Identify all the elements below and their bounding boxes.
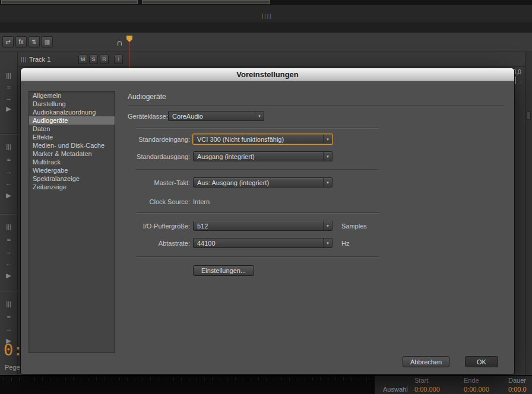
panel-tool-icon[interactable]: → xyxy=(0,94,17,102)
master-clock-label: Master-Takt: xyxy=(56,179,190,186)
dialog-body: AllgemeinDarstellungAudiokanalzuordnungA… xyxy=(21,81,514,374)
selection-row-label: Auswahl xyxy=(383,386,408,393)
ok-button[interactable]: OK xyxy=(465,356,498,367)
separator xyxy=(135,256,379,258)
level-meter-label: Pegel xyxy=(5,364,21,371)
panel-tool-icon[interactable]: → xyxy=(0,247,17,256)
panel-tool-icon[interactable]: ≈ xyxy=(0,155,17,164)
track-name[interactable]: Track 1 xyxy=(29,56,50,63)
default-input-dropdown[interactable]: VCI 300 (Nicht funktionsfähig) ▾ xyxy=(193,134,332,144)
track-button-group: MSRI xyxy=(78,55,123,64)
sidebar-item-audiokanalzuordnung[interactable]: Audiokanalzuordnung xyxy=(29,108,115,116)
cancel-button[interactable]: Abbrechen xyxy=(403,356,449,367)
sample-rate-label: Abtastrate: xyxy=(56,240,190,247)
panel-tool-icon[interactable]: ||| xyxy=(0,142,17,151)
panel-gripper-handle[interactable]: |||| xyxy=(262,13,272,19)
selection-column-header: Ende xyxy=(464,377,479,384)
panel-tool-icon[interactable]: ||| xyxy=(0,71,17,80)
track-r-button[interactable]: R xyxy=(100,55,109,64)
editor-toolbar: ⇄fx⇅▥ ∩ hms 2,04,06,08,010,012,014,016,0… xyxy=(0,33,532,52)
default-input-value: VCI 300 (Nicht funktionsfähig) xyxy=(197,135,321,144)
panel-tool-icon[interactable]: → xyxy=(0,167,17,176)
dialog-title-bar[interactable]: Voreinstellungen xyxy=(21,68,514,81)
left-tool-strip: |||≈→▶|||≈→←▶|||≈→←▶|||≈→▶ xyxy=(0,52,18,375)
device-class-label: Geräteklasse: xyxy=(128,113,168,120)
chevron-down-icon: ▾ xyxy=(323,239,332,247)
top-mini-panel xyxy=(1,0,138,4)
fx-icon[interactable]: fx xyxy=(15,36,27,47)
updown-arrows-icon[interactable]: ⇅ xyxy=(28,36,40,47)
scrollbar-thumb[interactable] xyxy=(527,112,531,120)
panel-divider xyxy=(0,291,18,291)
panel-tool-icon[interactable]: ▶ xyxy=(0,104,17,113)
clock-source-value: Intern xyxy=(193,198,210,205)
panel-tool-icon[interactable]: ▶ xyxy=(0,271,17,279)
clock-source-label: Clock Source: xyxy=(56,198,190,205)
sidebar-item-allgemein[interactable]: Allgemein xyxy=(29,91,115,100)
sample-rate-unit: Hz xyxy=(341,240,349,247)
panel-tool-icon[interactable]: ≈ xyxy=(0,313,17,321)
selection-column-header: Start xyxy=(414,377,428,384)
panel-divider xyxy=(0,134,18,134)
selection-view-panel: StartEndeDauer Auswahl 0:00.0000:00.0000… xyxy=(374,376,532,394)
io-buffer-dropdown[interactable]: 512 ▾ xyxy=(193,221,332,231)
selection-value: 0:00.000 xyxy=(464,386,489,393)
default-output-value: Ausgang (integriert) xyxy=(197,152,321,161)
track-waveform-icon: ||| xyxy=(21,56,27,62)
io-buffer-unit: Samples xyxy=(341,223,367,230)
swap-arrows-icon[interactable]: ⇄ xyxy=(2,36,14,47)
track-s-button[interactable]: S xyxy=(89,55,98,64)
panel-columns-icon[interactable]: ▥ xyxy=(42,36,53,47)
app-window: |||| ⇄fx⇅▥ ∩ hms 2,04,06,08,010,012,014,… xyxy=(0,0,532,394)
playhead-line xyxy=(129,42,130,69)
selection-value: 0:00.0 xyxy=(508,386,527,393)
panel-divider-strip xyxy=(0,23,532,33)
chevron-down-icon: ▾ xyxy=(255,112,264,120)
separator xyxy=(135,169,379,170)
header-panel: |||| xyxy=(0,5,532,23)
device-class-value: CoreAudio xyxy=(172,112,253,121)
sidebar-item-wiedergabe[interactable]: Wiedergabe xyxy=(29,166,115,174)
settings-button[interactable]: Einstellungen... xyxy=(193,265,254,276)
level-meter xyxy=(0,376,374,394)
master-clock-value: Aus: Ausgang (integriert) xyxy=(197,179,321,188)
separator xyxy=(135,128,379,129)
chevron-down-icon: ▾ xyxy=(323,178,332,187)
sample-rate-dropdown[interactable]: 44100 ▾ xyxy=(193,238,332,248)
track-i-button[interactable]: I xyxy=(114,55,123,64)
track-m-button[interactable]: M xyxy=(78,55,87,64)
io-buffer-value: 512 xyxy=(197,222,321,231)
panel-tool-icon[interactable]: ← xyxy=(0,179,17,188)
panel-tool-icon[interactable]: ||| xyxy=(0,223,17,231)
headphone-icon[interactable]: ∩ xyxy=(116,37,123,47)
sidebar-item-darstellung[interactable]: Darstellung xyxy=(29,100,115,108)
top-mini-panel xyxy=(142,0,270,4)
top-edge-strip xyxy=(0,0,532,5)
default-output-dropdown[interactable]: Ausgang (integriert) ▾ xyxy=(193,151,332,161)
panel-tool-icon[interactable]: ≈ xyxy=(0,83,17,91)
separator xyxy=(135,212,379,214)
preferences-dialog: Voreinstellungen AllgemeinDarstellungAud… xyxy=(21,68,514,374)
sample-rate-value: 44100 xyxy=(197,239,321,248)
sidebar-item-audiogeräte[interactable]: Audiogeräte xyxy=(29,116,115,125)
master-clock-dropdown[interactable]: Aus: Ausgang (integriert) ▾ xyxy=(193,177,332,188)
sidebar-item-daten[interactable]: Daten xyxy=(29,125,115,133)
right-scrollbar-track[interactable] xyxy=(525,52,532,375)
default-input-label: Standardeingang: xyxy=(56,136,190,143)
default-output-label: Standardausgang: xyxy=(56,153,190,160)
chevron-down-icon: ▾ xyxy=(323,152,332,161)
track-header: ||| Track 1 MSRI xyxy=(18,52,525,67)
selection-column-header: Dauer xyxy=(508,377,526,384)
selection-value: 0:00.000 xyxy=(414,386,440,393)
panel-tool-icon[interactable]: ← xyxy=(0,259,17,268)
separator xyxy=(128,105,504,106)
panel-heading: Audiogeräte xyxy=(128,93,166,101)
panel-tool-icon[interactable]: → xyxy=(0,325,17,333)
bottom-bar: StartEndeDauer Auswahl 0:00.0000:00.0000… xyxy=(0,375,532,394)
panel-tool-icon[interactable]: ≈ xyxy=(0,236,17,244)
panel-tool-icon[interactable]: ▶ xyxy=(0,191,17,199)
io-buffer-label: I/O-Puffergröße: xyxy=(56,223,190,230)
panel-tool-icon[interactable]: ||| xyxy=(0,300,17,308)
device-class-dropdown[interactable]: CoreAudio ▾ xyxy=(168,111,264,121)
toolbar-button-group: ⇄fx⇅▥ xyxy=(2,36,53,47)
